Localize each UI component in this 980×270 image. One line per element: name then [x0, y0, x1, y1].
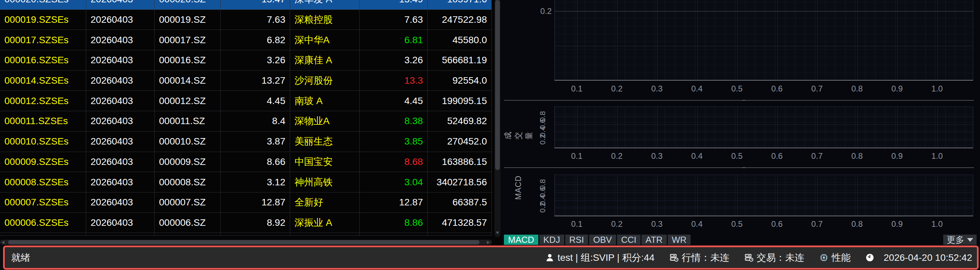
grid-line	[555, 125, 973, 125]
indicator-tab-cci[interactable]: CCI	[617, 235, 641, 245]
cell-volume: 566681.19	[428, 51, 492, 70]
grid-line	[937, 107, 938, 148]
cell-volume: 3402718.56	[428, 172, 492, 192]
cell-price: 4.45	[221, 91, 290, 111]
volume-axis-label: 成交量	[503, 128, 534, 143]
cell-price: 6.82	[221, 30, 290, 50]
more-button-label: 更多	[947, 235, 964, 245]
table-row[interactable]: 000007.SZSEs20260403000007.SZ12.87全新好12.…	[0, 193, 492, 213]
cell-name: 深康佳 A	[290, 51, 360, 70]
table-row[interactable]: 000009.SZSEs20260403000009.SZ8.66中国宝安8.6…	[0, 152, 492, 172]
clock-icon	[865, 253, 874, 262]
cell-name: 深中华A	[290, 30, 360, 50]
indicator-tab-obv[interactable]: OBV	[589, 235, 616, 245]
x-tick-label: 0.2	[602, 219, 632, 229]
cell-date: 20260403	[86, 111, 154, 131]
indicator-tab-kdj[interactable]: KDJ	[539, 235, 564, 245]
table-row[interactable]: 000014.SZSEs20260403000014.SZ13.27沙河股份13…	[0, 71, 492, 91]
more-indicators-button[interactable]: 更多	[943, 235, 977, 245]
cell-symbol: 000010.SZ	[154, 132, 221, 152]
cell-date: 20260403	[86, 213, 154, 233]
grid-line	[937, 175, 938, 216]
datetime-text: 2026-04-20 10:52:42	[884, 252, 972, 263]
app-window: 000020.SZSEs20260403000020.SZ15.47深华发 A1…	[0, 0, 980, 270]
cell-name: 美丽生态	[290, 132, 360, 152]
cell-volume: 471328.57	[428, 213, 492, 233]
x-tick-label: 0.8	[842, 219, 872, 229]
cell-empty	[86, 233, 154, 235]
cell-code: 000010.SZSEs	[0, 132, 86, 152]
cell-symbol: 000019.SZ	[154, 10, 221, 30]
table-row[interactable]: 000016.SZSEs20260403000016.SZ3.26深康佳 A3.…	[0, 51, 492, 71]
cell-volume: 105971.6	[428, 0, 492, 9]
market-connection-status: 行情：未连	[670, 251, 729, 264]
price-chart-plot[interactable]	[554, 0, 973, 81]
cell-price: 8.4	[221, 111, 290, 131]
grid-line	[657, 0, 657, 80]
cell-last: 15.49	[360, 0, 428, 9]
grid-line	[817, 175, 818, 216]
grid-line	[617, 175, 618, 216]
grid-line	[817, 0, 818, 80]
grid-line	[617, 107, 618, 148]
table-row[interactable]: 000010.SZSEs20260403000010.SZ3.87美丽生态3.8…	[0, 132, 492, 152]
cell-empty	[154, 233, 221, 235]
macd-chart-plot[interactable]	[554, 174, 973, 216]
x-tick-label: 0.7	[802, 151, 832, 161]
status-ready-label: 就绪	[11, 251, 30, 264]
table-vertical-scrollbar[interactable]	[495, 0, 501, 237]
table-row[interactable]: 000019.SZSEs20260403000019.SZ7.63深粮控股7.6…	[0, 10, 492, 30]
vertical-scrollbar-thumb[interactable]	[495, 0, 500, 170]
x-tick-label: 0.1	[562, 151, 592, 161]
table-row[interactable]: 000011.SZSEs20260403000011.SZ8.4深物业A8.38…	[0, 111, 492, 132]
stock-table: 000020.SZSEs20260403000020.SZ15.47深华发 A1…	[0, 0, 492, 236]
cell-date: 20260403	[86, 30, 154, 50]
x-tick-label: 1.0	[922, 84, 952, 94]
cell-date: 20260403	[86, 193, 154, 213]
grid-line	[777, 0, 778, 80]
indicator-tab-wr[interactable]: WR	[668, 235, 690, 245]
grid-line	[777, 107, 778, 148]
user-info: test | 组:SVIP | 积分:44	[545, 251, 654, 264]
performance-status[interactable]: 性能	[819, 251, 851, 264]
chart-splitter[interactable]	[504, 167, 974, 168]
x-tick-label: 0.2	[602, 84, 632, 94]
indicator-tab-atr[interactable]: ATR	[641, 235, 667, 245]
cell-price: 8.66	[221, 152, 290, 172]
table-row[interactable]: 000006.SZSEs20260403000006.SZ8.92深振业 A8.…	[0, 213, 492, 233]
cell-price: 3.87	[221, 132, 290, 152]
indicator-tab-rsi[interactable]: RSI	[565, 235, 588, 245]
cell-volume: 66387.5	[428, 193, 492, 213]
x-tick-label: 0.5	[722, 219, 752, 229]
table-row[interactable]: 000012.SZSEs20260403000012.SZ4.45南玻 A4.4…	[0, 91, 492, 111]
grid-line	[555, 117, 973, 117]
cell-price: 3.12	[221, 172, 290, 192]
cell-name: 深振业 A	[290, 213, 360, 233]
volume-chart-plot[interactable]	[554, 106, 973, 148]
status-bar: 就绪 test | 组:SVIP | 积分:44	[0, 246, 980, 270]
cell-name: 深华发 A	[290, 0, 360, 9]
scroll-right-arrow-icon[interactable]	[487, 241, 490, 244]
chart-panel: 0.2 0.10.20.30.40.50.60.70.80.91.0 成交量 0…	[501, 0, 980, 246]
table-row[interactable]: 000017.SZSEs20260403000017.SZ6.82深中华A6.8…	[0, 30, 492, 51]
cell-date: 20260403	[86, 51, 154, 70]
x-tick-label: 0.9	[881, 219, 912, 229]
cell-price: 12.87	[221, 193, 290, 213]
x-tick-label: 0.4	[682, 219, 712, 229]
indicator-tab-macd[interactable]: MACD	[504, 235, 538, 245]
chart-splitter[interactable]	[504, 100, 974, 101]
scroll-left-arrow-icon[interactable]	[2, 241, 5, 244]
table-row[interactable]: 000020.SZSEs20260403000020.SZ15.47深华发 A1…	[0, 0, 492, 10]
cell-name: 深粮控股	[290, 10, 360, 30]
scroll-down-arrow-icon[interactable]	[496, 232, 499, 234]
horizontal-scrollbar-thumb[interactable]	[8, 240, 479, 245]
grid-line	[697, 0, 698, 80]
cell-empty	[360, 233, 428, 235]
table-horizontal-scrollbar[interactable]	[0, 240, 492, 245]
cell-empty	[428, 233, 492, 235]
x-tick-label: 0.6	[762, 219, 792, 229]
cell-price: 15.47	[221, 0, 290, 9]
table-row[interactable]: 000008.SZSEs20260403000008.SZ3.12神州高铁3.0…	[0, 172, 492, 193]
user-icon	[545, 253, 554, 262]
x-tick-label: 0.3	[641, 84, 672, 94]
